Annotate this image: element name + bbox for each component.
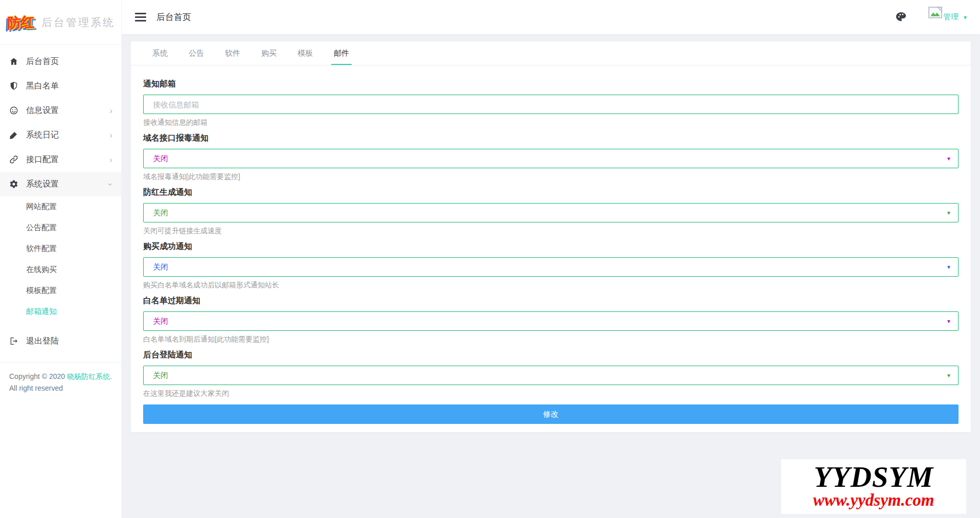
home-icon bbox=[9, 57, 18, 66]
select-value: 关闭 bbox=[153, 154, 168, 164]
subitem-software-config[interactable]: 软件配置 bbox=[0, 238, 121, 259]
sidebar-item-label: 系统日记 bbox=[26, 130, 59, 141]
select-caret-icon: ▼ bbox=[946, 319, 951, 324]
select-value: 关闭 bbox=[153, 262, 168, 272]
email-settings-form: 通知邮箱 接收通知信息的邮箱 域名接口报毒通知 关闭 ▼ 域名报毒通知[此功能需… bbox=[131, 65, 971, 432]
generate-notify-select[interactable]: 关闭 ▼ bbox=[143, 203, 959, 222]
sidebar-header: 防红 后台管理系统 bbox=[0, 0, 121, 45]
sidebar-item-label: 退出登陆 bbox=[26, 336, 59, 347]
subitem-template-config[interactable]: 模板配置 bbox=[0, 280, 121, 301]
copyright-text: Copyright © 2020 bbox=[9, 372, 67, 380]
form-group-domain-report-notify: 域名接口报毒通知 关闭 ▼ 域名报毒通知[此功能需要监控] bbox=[143, 133, 959, 182]
field-label: 白名单过期通知 bbox=[143, 296, 959, 306]
sidebar-item-system-log[interactable]: 系统日记 › bbox=[0, 123, 121, 147]
select-value: 关闭 bbox=[153, 317, 168, 326]
chevron-right-icon: › bbox=[109, 106, 112, 115]
theme-palette-icon[interactable] bbox=[895, 11, 907, 23]
select-caret-icon: ▼ bbox=[946, 210, 951, 216]
sidebar-item-label: 系统设置 bbox=[26, 179, 59, 190]
sidebar-item-label: 黑白名单 bbox=[26, 81, 59, 92]
app-logo: 防红 bbox=[7, 12, 35, 32]
smiley-icon bbox=[9, 106, 18, 115]
form-group-generate-notify: 防红生成通知 关闭 ▼ 关闭可提升链接生成速度 bbox=[143, 187, 959, 236]
subitem-online-purchase[interactable]: 在线购买 bbox=[0, 259, 121, 280]
sidebar-item-system-settings[interactable]: 系统设置 › bbox=[0, 172, 121, 196]
domain-report-notify-select[interactable]: 关闭 ▼ bbox=[143, 149, 959, 168]
tab-email[interactable]: 邮件 bbox=[331, 41, 352, 65]
sidebar-item-api-config[interactable]: 接口配置 › bbox=[0, 147, 121, 172]
chevron-right-icon: › bbox=[109, 131, 112, 140]
field-label: 通知邮箱 bbox=[143, 79, 959, 89]
app-brand-title: 后台管理系统 bbox=[41, 15, 115, 30]
field-label: 防红生成通知 bbox=[143, 187, 959, 198]
form-group-admin-login-notify: 后台登陆通知 关闭 ▼ 在这里我还是建议大家关闭 bbox=[143, 350, 959, 398]
field-help-text: 在这里我还是建议大家关闭 bbox=[143, 389, 959, 398]
select-caret-icon: ▼ bbox=[946, 264, 951, 270]
select-value: 关闭 bbox=[153, 371, 168, 380]
gear-icon bbox=[9, 179, 18, 189]
topbar: 后台首页 管理 ▾ bbox=[122, 0, 980, 34]
page-title: 后台首页 bbox=[156, 11, 191, 23]
chevron-right-icon: › bbox=[109, 155, 112, 164]
tab-announcement[interactable]: 公告 bbox=[186, 41, 207, 65]
field-help-text: 域名报毒通知[此功能需要监控] bbox=[143, 172, 959, 182]
subitem-email-notify[interactable]: 邮箱通知 bbox=[0, 301, 121, 322]
settings-tabs: 系统 公告 软件 购买 模板 邮件 bbox=[131, 41, 971, 65]
watermark-url: www.yydsym.com bbox=[813, 491, 934, 509]
sidebar-item-blackwhite-list[interactable]: 黑白名单 bbox=[0, 74, 121, 98]
main-content: 系统 公告 软件 购买 模板 邮件 通知邮箱 接收通知信息的邮箱 域名接口报毒通… bbox=[122, 34, 980, 518]
subitem-label: 模板配置 bbox=[26, 286, 57, 296]
subitem-site-config[interactable]: 网站配置 bbox=[0, 196, 121, 217]
select-value: 关闭 bbox=[153, 208, 168, 218]
field-help-text: 购买白名单域名成功后以邮箱形式通知站长 bbox=[143, 281, 959, 290]
broken-avatar-image-icon bbox=[928, 7, 942, 18]
link-icon bbox=[9, 155, 18, 164]
user-menu[interactable]: 管理 ▾ bbox=[928, 11, 967, 23]
topbar-right: 管理 ▾ bbox=[895, 11, 967, 23]
sidebar-item-label: 后台首页 bbox=[26, 56, 59, 67]
sidebar-item-label: 接口配置 bbox=[26, 154, 59, 165]
chevron-down-icon: › bbox=[107, 183, 116, 186]
tab-template[interactable]: 模板 bbox=[295, 41, 315, 65]
tab-purchase[interactable]: 购买 bbox=[259, 41, 279, 65]
sidebar-item-logout[interactable]: 退出登陆 bbox=[0, 329, 121, 353]
purchase-notify-select[interactable]: 关闭 ▼ bbox=[143, 257, 959, 277]
sidebar-item-home[interactable]: 后台首页 bbox=[0, 49, 121, 74]
tab-system[interactable]: 系统 bbox=[150, 41, 170, 65]
menu-toggle-icon[interactable] bbox=[135, 11, 146, 24]
select-caret-icon: ▼ bbox=[946, 156, 951, 162]
sidebar-item-label: 信息设置 bbox=[26, 105, 59, 116]
select-caret-icon: ▼ bbox=[946, 373, 951, 378]
sidebar: 防红 后台管理系统 后台首页 黑白名单 信息设置 › 系统日记 bbox=[0, 0, 122, 518]
subitem-announcement-config[interactable]: 公告配置 bbox=[0, 217, 121, 238]
field-label: 域名接口报毒通知 bbox=[143, 133, 959, 144]
watermark-title: YYDSYM bbox=[814, 463, 933, 491]
notify-email-input[interactable] bbox=[143, 95, 959, 114]
field-label: 购买成功通知 bbox=[143, 241, 959, 252]
username-label: 管理 bbox=[943, 12, 959, 22]
field-help-text: 白名单域名到期后通知[此功能需要监控] bbox=[143, 335, 959, 344]
form-group-notify-email: 通知邮箱 接收通知信息的邮箱 bbox=[143, 79, 959, 127]
whitelist-expire-notify-select[interactable]: 关闭 ▼ bbox=[143, 311, 959, 331]
form-group-purchase-notify: 购买成功通知 关闭 ▼ 购买白名单域名成功后以邮箱形式通知站长 bbox=[143, 241, 959, 290]
pen-icon bbox=[9, 130, 18, 140]
system-settings-submenu: 网站配置 公告配置 软件配置 在线购买 模板配置 邮箱通知 bbox=[0, 196, 121, 322]
settings-card: 系统 公告 软件 购买 模板 邮件 通知邮箱 接收通知信息的邮箱 域名接口报毒通… bbox=[131, 41, 971, 432]
field-help-text: 关闭可提升链接生成速度 bbox=[143, 227, 959, 236]
shield-icon bbox=[9, 81, 18, 91]
sidebar-item-info-settings[interactable]: 信息设置 › bbox=[0, 98, 121, 123]
subitem-label: 软件配置 bbox=[26, 244, 57, 254]
subitem-label: 公告配置 bbox=[26, 223, 57, 233]
sidebar-menu: 后台首页 黑白名单 信息设置 › 系统日记 › 接口配置 bbox=[0, 45, 121, 353]
user-dropdown-caret-icon: ▾ bbox=[964, 14, 967, 21]
form-group-whitelist-expire-notify: 白名单过期通知 关闭 ▼ 白名单域名到期后通知[此功能需要监控] bbox=[143, 296, 959, 344]
subitem-label: 网站配置 bbox=[26, 202, 57, 212]
copyright-link[interactable]: 晓杨防红系统 bbox=[67, 372, 110, 380]
field-label: 后台登陆通知 bbox=[143, 350, 959, 361]
field-help-text: 接收通知信息的邮箱 bbox=[143, 118, 959, 127]
submit-button[interactable]: 修改 bbox=[143, 404, 959, 424]
subitem-label: 邮箱通知 bbox=[26, 307, 57, 317]
tab-software[interactable]: 软件 bbox=[222, 41, 243, 65]
subitem-label: 在线购买 bbox=[26, 265, 57, 275]
admin-login-notify-select[interactable]: 关闭 ▼ bbox=[143, 366, 959, 385]
